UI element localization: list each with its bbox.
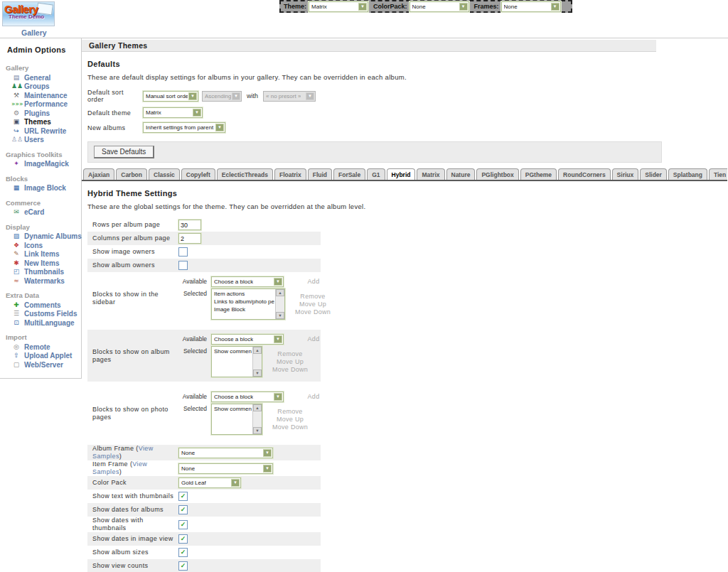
sort-order-select[interactable]: Manual sort order ▼ <box>143 91 198 102</box>
gallery-logo[interactable]: Gallery Theme Demo <box>2 1 55 26</box>
sidebar-item-web-server[interactable]: ▢ Web/Server <box>0 361 81 370</box>
list-item[interactable]: Image Block <box>214 306 274 313</box>
scroll-down-icon[interactable]: ▼ <box>253 427 262 434</box>
scroll-up-icon[interactable]: ▲ <box>276 289 284 296</box>
listbox-scrollbar[interactable]: ▲▼ <box>252 347 262 377</box>
tab-copyleft[interactable]: Copyleft <box>181 168 215 180</box>
item-frame-row: Item Frame (View Samples) None ▼ <box>87 460 321 476</box>
sidebar-item-themes[interactable]: ▣ Themes <box>0 118 81 127</box>
selected-label: Selected <box>178 288 207 299</box>
sidebar-item-thumbnails[interactable]: ◰ Thumbnails <box>0 268 81 277</box>
tab-fluid[interactable]: Fluid <box>308 168 332 180</box>
sidebar-section-graphics-toolkits: Graphics Toolkits <box>0 145 81 161</box>
gallery-admin-page: Gallery Theme Demo Theme: Matrix ▼ Color… <box>0 0 728 572</box>
choose-block-select[interactable]: Choose a block ▼ <box>211 276 284 287</box>
tab-siriux[interactable]: Siriux <box>612 168 639 180</box>
sidebar-item-multilanguage[interactable]: ⊡ MultiLanguage <box>0 319 81 328</box>
sidebar-item-url-rewrite[interactable]: ↪ URL Rewrite <box>0 127 81 136</box>
item-frame-select[interactable]: None ▼ <box>178 463 273 474</box>
tab-tien[interactable]: Tien <box>709 168 727 180</box>
setting-label: Item Frame (View Samples) <box>92 460 178 476</box>
sidebar-item-plugins[interactable]: ⚙ Plugins <box>0 109 81 119</box>
chevron-down-icon: ▼ <box>188 92 197 100</box>
album-frame-select[interactable]: None ▼ <box>178 448 273 458</box>
selected-blocks-listbox[interactable]: Show comments ▲▼ <box>211 404 262 435</box>
tab-carbon[interactable]: Carbon <box>116 168 147 180</box>
tab-classic[interactable]: Classic <box>149 168 180 180</box>
show-text-thumbnails-checkbox[interactable]: ✓ <box>178 492 188 501</box>
show-dates-image-view-checkbox[interactable]: ✓ <box>178 534 188 544</box>
color-pack-select[interactable]: Gold Leaf ▼ <box>178 477 241 488</box>
blocks-photo-row: Blocks to show on photo pages Available … <box>87 387 321 439</box>
tab-pglightbox[interactable]: PGlightbox <box>476 168 518 180</box>
plugins-icon: ⚙ <box>11 109 21 117</box>
listbox-scrollbar[interactable]: ▲▼ <box>275 289 284 319</box>
sidebar-item-comments[interactable]: ✚ Comments <box>0 301 81 311</box>
sidebar-item-upload-applet[interactable]: ⇧ Upload Applet <box>0 352 81 361</box>
choose-block-select[interactable]: Choose a block ▼ <box>211 334 284 345</box>
sidebar-item-customs-fields[interactable]: ☰ Customs Fields <box>0 310 81 319</box>
show-view-counts-checkbox[interactable]: ✓ <box>178 561 188 571</box>
list-item[interactable]: Links to album/photo peers <box>214 298 274 306</box>
rows-per-page-input[interactable] <box>178 220 201 230</box>
sidebar-item-new-items[interactable]: ✱ New Items <box>0 259 81 269</box>
sidebar-item-maintenance[interactable]: ⚒ Maintenance <box>0 92 81 101</box>
sort-direction-select: Ascending ▼ <box>202 91 242 102</box>
listbox-scrollbar[interactable]: ▲▼ <box>252 404 262 434</box>
remove-block-link: Remove <box>277 350 302 358</box>
show-image-owners-checkbox[interactable] <box>178 247 188 257</box>
sidebar-item-link-items[interactable]: ✎ Link Items <box>0 250 81 259</box>
blocks-album-row: Blocks to show on album pages Available … <box>87 330 321 382</box>
sidebar-item-remote[interactable]: ◎ Remote <box>0 343 81 352</box>
list-item[interactable]: Item actions <box>214 290 274 298</box>
selected-blocks-listbox[interactable]: Item actionsLinks to album/photo peersIm… <box>211 288 285 320</box>
tab-splatbang[interactable]: Splatbang <box>668 168 707 180</box>
tab-matrix[interactable]: Matrix <box>417 168 444 180</box>
tab-slider[interactable]: Slider <box>640 168 667 180</box>
tab-forsale[interactable]: ForSale <box>333 168 365 180</box>
sidebar-item-watermarks[interactable]: ≈ Watermarks <box>0 277 81 286</box>
list-item[interactable]: Show comments <box>214 347 252 355</box>
tab-nature[interactable]: Nature <box>446 168 476 180</box>
breadcrumb[interactable]: Gallery <box>21 28 47 37</box>
setting-label: Album Frame (View Samples) <box>92 445 178 460</box>
scroll-up-icon[interactable]: ▲ <box>253 404 262 411</box>
sidebar-item-icons[interactable]: ❖ Icons <box>0 242 81 251</box>
tab-floatrix[interactable]: Floatrix <box>274 168 306 180</box>
new-albums-select[interactable]: Inherit settings from parent album ▼ <box>143 122 225 133</box>
scroll-up-icon[interactable]: ▲ <box>253 347 262 354</box>
hybrid-settings-section: Hybrid Theme Settings These are the glob… <box>82 181 728 572</box>
tab-hybrid[interactable]: Hybrid <box>387 168 416 181</box>
sidebar-item-imagemagick[interactable]: ✦ ImageMagick <box>0 160 81 169</box>
tab-ajaxian[interactable]: Ajaxian <box>83 168 114 180</box>
sidebar-item-image-block[interactable]: ▦ Image Block <box>0 184 81 193</box>
sidebar-item-dynamic-albums[interactable]: ▨ Dynamic Albums <box>0 232 81 242</box>
cols-per-page-input[interactable] <box>178 233 201 244</box>
sidebar-item-ecard[interactable]: ✉ eCard <box>0 208 81 217</box>
setting-label: Show image owners <box>92 248 178 256</box>
sidebar-item-general[interactable]: ▤ General <box>0 74 81 83</box>
sidebar-item-users[interactable]: ♙♙ Users <box>0 136 81 145</box>
list-item[interactable]: Show comments <box>214 405 252 413</box>
tab-roundcorners[interactable]: RoundCorners <box>558 168 611 180</box>
show-dates-thumbnails-checkbox[interactable]: ✓ <box>178 520 188 529</box>
sidebar-item-groups[interactable]: ♟♟ Groups <box>0 82 81 92</box>
tab-eclecticthreads[interactable]: EclecticThreads <box>217 168 273 180</box>
show-album-sizes-checkbox[interactable]: ✓ <box>178 548 188 557</box>
available-label: Available <box>178 392 207 402</box>
setting-label: Show text with thumbnails <box>92 492 178 500</box>
selected-blocks-listbox[interactable]: Show comments ▲▼ <box>211 346 262 377</box>
show-dates-albums-checkbox[interactable]: ✓ <box>178 505 188 514</box>
chevron-down-icon: ▼ <box>263 465 272 473</box>
sidebar-item-performance[interactable]: »»» Performance <box>0 100 81 109</box>
save-defaults-button[interactable]: Save Defaults <box>94 146 154 158</box>
color-pack-row: Color Pack Gold Leaf ▼ <box>87 476 321 490</box>
scroll-down-icon[interactable]: ▼ <box>276 312 284 319</box>
scroll-down-icon[interactable]: ▼ <box>253 369 262 377</box>
tab-g1[interactable]: G1 <box>367 168 385 180</box>
default-theme-select[interactable]: Matrix ▼ <box>143 107 203 118</box>
show-album-owners-checkbox[interactable] <box>178 261 188 270</box>
setting-label: Show album sizes <box>92 549 178 556</box>
tab-pgtheme[interactable]: PGtheme <box>520 168 557 180</box>
choose-block-select[interactable]: Choose a block ▼ <box>211 392 284 402</box>
